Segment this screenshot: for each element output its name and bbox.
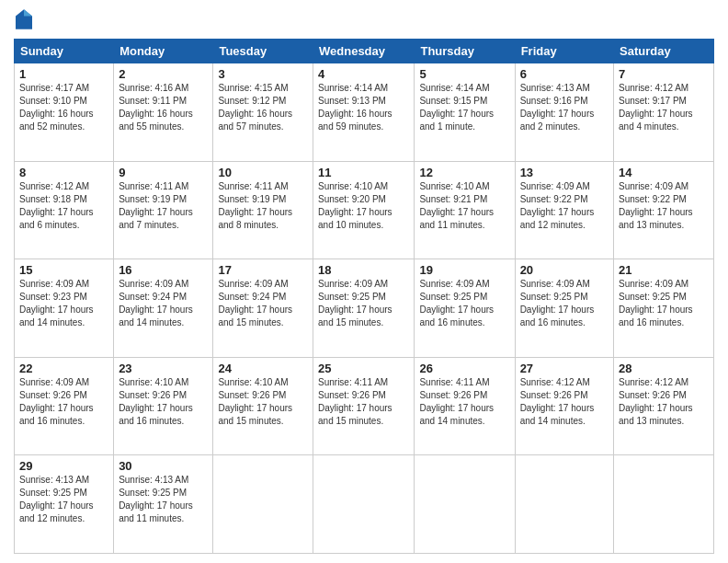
header: [14, 9, 714, 33]
day-number: 14: [619, 166, 709, 179]
day-info: Sunrise: 4:10 AM Sunset: 9:21 PM Dayligh…: [419, 180, 509, 232]
calendar-cell: 11Sunrise: 4:10 AM Sunset: 9:20 PM Dayli…: [313, 161, 415, 259]
weekday-header-friday: Friday: [515, 40, 613, 63]
day-info: Sunrise: 4:10 AM Sunset: 9:26 PM Dayligh…: [119, 376, 208, 428]
day-info: Sunrise: 4:14 AM Sunset: 9:15 PM Dayligh…: [419, 82, 509, 133]
day-number: 28: [619, 362, 709, 375]
calendar-week-row: 22Sunrise: 4:09 AM Sunset: 9:26 PM Dayli…: [15, 357, 714, 455]
weekday-header-monday: Monday: [114, 40, 213, 63]
calendar-cell: 12Sunrise: 4:10 AM Sunset: 9:21 PM Dayli…: [415, 161, 515, 259]
day-number: 21: [619, 263, 709, 277]
calendar-cell: 9Sunrise: 4:11 AM Sunset: 9:19 PM Daylig…: [114, 161, 213, 259]
day-number: 13: [520, 166, 609, 179]
day-info: Sunrise: 4:15 AM Sunset: 9:12 PM Dayligh…: [218, 82, 308, 133]
day-number: 26: [419, 362, 509, 375]
day-info: Sunrise: 4:12 AM Sunset: 9:18 PM Dayligh…: [19, 180, 108, 232]
calendar-cell: 22Sunrise: 4:09 AM Sunset: 9:26 PM Dayli…: [15, 357, 114, 455]
weekday-header-wednesday: Wednesday: [313, 40, 415, 63]
day-number: 19: [419, 263, 509, 277]
calendar-cell: 16Sunrise: 4:09 AM Sunset: 9:24 PM Dayli…: [114, 259, 213, 358]
calendar-cell: [213, 455, 313, 554]
calendar-cell: 23Sunrise: 4:10 AM Sunset: 9:26 PM Dayli…: [114, 357, 213, 455]
day-info: Sunrise: 4:11 AM Sunset: 9:19 PM Dayligh…: [119, 180, 208, 232]
day-number: 23: [119, 362, 208, 375]
day-info: Sunrise: 4:13 AM Sunset: 9:25 PM Dayligh…: [119, 474, 208, 525]
day-info: Sunrise: 4:11 AM Sunset: 9:19 PM Dayligh…: [218, 180, 308, 232]
calendar-cell: 21Sunrise: 4:09 AM Sunset: 9:25 PM Dayli…: [614, 259, 714, 358]
weekday-header-tuesday: Tuesday: [213, 40, 313, 63]
day-number: 22: [19, 362, 108, 375]
day-number: 2: [119, 67, 208, 81]
calendar-cell: [614, 455, 714, 554]
calendar-cell: 28Sunrise: 4:12 AM Sunset: 9:26 PM Dayli…: [614, 357, 714, 455]
calendar-cell: [515, 455, 613, 554]
calendar-cell: 3Sunrise: 4:15 AM Sunset: 9:12 PM Daylig…: [213, 63, 313, 162]
calendar-cell: 30Sunrise: 4:13 AM Sunset: 9:25 PM Dayli…: [114, 455, 213, 554]
calendar-cell: 20Sunrise: 4:09 AM Sunset: 9:25 PM Dayli…: [515, 259, 613, 358]
day-number: 16: [119, 263, 208, 277]
calendar-cell: 14Sunrise: 4:09 AM Sunset: 9:22 PM Dayli…: [614, 161, 714, 259]
calendar-cell: 8Sunrise: 4:12 AM Sunset: 9:18 PM Daylig…: [15, 161, 114, 259]
calendar-cell: 4Sunrise: 4:14 AM Sunset: 9:13 PM Daylig…: [313, 63, 415, 162]
day-number: 10: [218, 166, 308, 179]
calendar-page: SundayMondayTuesdayWednesdayThursdayFrid…: [0, 0, 728, 563]
day-number: 8: [19, 166, 108, 179]
day-info: Sunrise: 4:09 AM Sunset: 9:24 PM Dayligh…: [119, 278, 208, 329]
day-info: Sunrise: 4:09 AM Sunset: 9:25 PM Dayligh…: [318, 278, 409, 329]
logo-icon: [16, 9, 32, 29]
calendar-cell: 15Sunrise: 4:09 AM Sunset: 9:23 PM Dayli…: [15, 259, 114, 358]
day-info: Sunrise: 4:09 AM Sunset: 9:26 PM Dayligh…: [19, 376, 108, 428]
calendar-cell: 7Sunrise: 4:12 AM Sunset: 9:17 PM Daylig…: [614, 63, 714, 162]
day-number: 7: [619, 67, 709, 81]
day-number: 3: [218, 67, 308, 81]
day-info: Sunrise: 4:09 AM Sunset: 9:24 PM Dayligh…: [218, 278, 308, 329]
day-number: 1: [19, 67, 108, 81]
calendar-cell: [313, 455, 415, 554]
day-number: 4: [318, 67, 409, 81]
day-info: Sunrise: 4:16 AM Sunset: 9:11 PM Dayligh…: [119, 82, 208, 133]
day-info: Sunrise: 4:09 AM Sunset: 9:23 PM Dayligh…: [19, 278, 108, 329]
day-info: Sunrise: 4:14 AM Sunset: 9:13 PM Dayligh…: [318, 82, 409, 133]
day-number: 15: [19, 263, 108, 277]
day-info: Sunrise: 4:09 AM Sunset: 9:22 PM Dayligh…: [520, 180, 609, 232]
day-info: Sunrise: 4:11 AM Sunset: 9:26 PM Dayligh…: [419, 376, 509, 428]
calendar-cell: [415, 455, 515, 554]
day-number: 11: [318, 166, 409, 179]
day-number: 24: [218, 362, 308, 375]
day-info: Sunrise: 4:10 AM Sunset: 9:20 PM Dayligh…: [318, 180, 409, 232]
calendar-cell: 6Sunrise: 4:13 AM Sunset: 9:16 PM Daylig…: [515, 63, 613, 162]
calendar-cell: 1Sunrise: 4:17 AM Sunset: 9:10 PM Daylig…: [15, 63, 114, 162]
calendar-week-row: 15Sunrise: 4:09 AM Sunset: 9:23 PM Dayli…: [15, 259, 714, 358]
day-info: Sunrise: 4:09 AM Sunset: 9:25 PM Dayligh…: [619, 278, 709, 329]
day-number: 5: [419, 67, 509, 81]
day-info: Sunrise: 4:17 AM Sunset: 9:10 PM Dayligh…: [19, 82, 108, 133]
day-info: Sunrise: 4:12 AM Sunset: 9:26 PM Dayligh…: [520, 376, 609, 428]
day-number: 29: [19, 459, 108, 473]
calendar-cell: 17Sunrise: 4:09 AM Sunset: 9:24 PM Dayli…: [213, 259, 313, 358]
weekday-header-sunday: Sunday: [15, 40, 114, 63]
day-number: 27: [520, 362, 609, 375]
day-info: Sunrise: 4:09 AM Sunset: 9:25 PM Dayligh…: [419, 278, 509, 329]
calendar-cell: 2Sunrise: 4:16 AM Sunset: 9:11 PM Daylig…: [114, 63, 213, 162]
day-number: 9: [119, 166, 208, 179]
day-info: Sunrise: 4:11 AM Sunset: 9:26 PM Dayligh…: [318, 376, 409, 428]
calendar-cell: 5Sunrise: 4:14 AM Sunset: 9:15 PM Daylig…: [415, 63, 515, 162]
calendar-week-row: 29Sunrise: 4:13 AM Sunset: 9:25 PM Dayli…: [15, 455, 714, 554]
day-info: Sunrise: 4:12 AM Sunset: 9:26 PM Dayligh…: [619, 376, 709, 428]
calendar-cell: 13Sunrise: 4:09 AM Sunset: 9:22 PM Dayli…: [515, 161, 613, 259]
day-number: 30: [119, 459, 208, 473]
calendar-header-row: SundayMondayTuesdayWednesdayThursdayFrid…: [15, 40, 714, 63]
day-info: Sunrise: 4:10 AM Sunset: 9:26 PM Dayligh…: [218, 376, 308, 428]
day-info: Sunrise: 4:13 AM Sunset: 9:25 PM Dayligh…: [19, 474, 108, 525]
day-info: Sunrise: 4:09 AM Sunset: 9:25 PM Dayligh…: [520, 278, 609, 329]
calendar-cell: 10Sunrise: 4:11 AM Sunset: 9:19 PM Dayli…: [213, 161, 313, 259]
logo: [14, 9, 36, 33]
day-number: 18: [318, 263, 409, 277]
calendar-table: SundayMondayTuesdayWednesdayThursdayFrid…: [14, 39, 714, 554]
calendar-cell: 18Sunrise: 4:09 AM Sunset: 9:25 PM Dayli…: [313, 259, 415, 358]
calendar-cell: 24Sunrise: 4:10 AM Sunset: 9:26 PM Dayli…: [213, 357, 313, 455]
day-info: Sunrise: 4:09 AM Sunset: 9:22 PM Dayligh…: [619, 180, 709, 232]
weekday-header-saturday: Saturday: [614, 40, 714, 63]
calendar-cell: 29Sunrise: 4:13 AM Sunset: 9:25 PM Dayli…: [15, 455, 114, 554]
calendar-cell: 27Sunrise: 4:12 AM Sunset: 9:26 PM Dayli…: [515, 357, 613, 455]
